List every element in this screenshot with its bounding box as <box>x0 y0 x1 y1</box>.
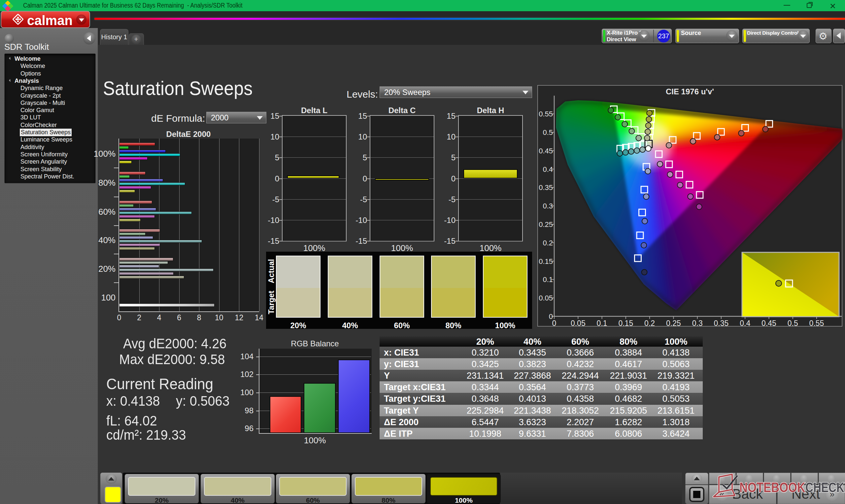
svg-text:0.5: 0.5 <box>788 319 798 326</box>
svg-text:0.05: 0.05 <box>571 319 585 326</box>
svg-text:0.25: 0.25 <box>666 319 681 326</box>
svg-text:CHECK: CHECK <box>805 480 844 495</box>
svg-text:0.15: 0.15 <box>618 319 633 326</box>
svg-text:0.5: 0.5 <box>543 128 553 137</box>
svg-text:0.15: 0.15 <box>539 257 553 266</box>
svg-text:0.05: 0.05 <box>539 294 553 302</box>
svg-text:0.3: 0.3 <box>692 319 703 326</box>
svg-text:0.2: 0.2 <box>644 319 655 326</box>
svg-text:NOTEBOOK: NOTEBOOK <box>739 480 805 495</box>
svg-text:0.3: 0.3 <box>543 202 553 210</box>
svg-text:0.1: 0.1 <box>543 275 553 284</box>
svg-text:0: 0 <box>549 312 553 321</box>
svg-text:0.55: 0.55 <box>539 110 553 118</box>
svg-text:0.45: 0.45 <box>539 147 553 155</box>
svg-text:0.25: 0.25 <box>539 220 553 229</box>
svg-text:0.1: 0.1 <box>597 319 608 326</box>
svg-text:0.45: 0.45 <box>761 319 776 326</box>
svg-text:CIE 1976 u'v': CIE 1976 u'v' <box>666 87 714 96</box>
svg-text:0.35: 0.35 <box>714 319 729 326</box>
svg-text:0.4: 0.4 <box>740 319 750 326</box>
svg-text:0.35: 0.35 <box>539 183 553 192</box>
svg-text:0.55: 0.55 <box>809 319 824 326</box>
svg-text:0.2: 0.2 <box>543 239 553 247</box>
svg-text:0.4: 0.4 <box>543 165 553 174</box>
